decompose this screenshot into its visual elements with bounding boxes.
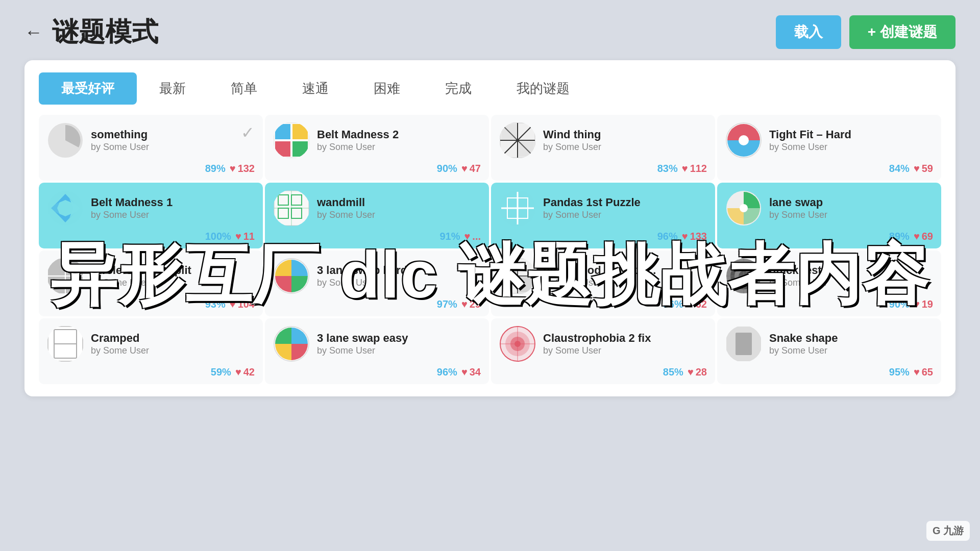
puzzle-author: by Some User (543, 345, 651, 356)
puzzle-rating: 84% (889, 163, 910, 174)
heart-icon: ♥ (461, 366, 468, 378)
puzzle-author: by Some User (91, 210, 173, 220)
card-top: Wind thingby Some User (499, 122, 707, 159)
puzzle-author: by Some User (769, 142, 851, 153)
puzzle-icon-quick-test (725, 258, 762, 294)
heart-icon: ♥ (461, 298, 468, 310)
heart-icon: ♥ (464, 231, 470, 242)
puzzle-grid: somethingby Some User✓89%♥132Belt Madnes… (39, 115, 941, 384)
puzzle-card-puzzlemod-remake[interactable]: puzzlemod remake ...by Some User96%♥62 (491, 251, 715, 316)
card-top: quick testby Some User (725, 258, 933, 294)
tabs: 最受好评最新简单速通困难完成我的谜题 (39, 72, 941, 105)
puzzle-rating: 100% (205, 231, 231, 242)
puzzle-card-lane-swap[interactable]: lane swapby Some User89%♥69 (717, 183, 941, 248)
puzzle-icon-pandas-1st-puzzle (499, 190, 536, 227)
puzzle-icon-puzzlemod-remake (499, 258, 536, 294)
puzzle-likes: ♥59 (914, 163, 933, 174)
card-top: Crampedby Some User (47, 325, 255, 362)
puzzle-card-circle-square-split[interactable]: Circle-Square Splitby Some User93%♥104 (39, 251, 263, 316)
heart-icon: ♥ (461, 163, 468, 174)
puzzle-title: Snake shape (769, 332, 838, 345)
heart-icon: ♥ (688, 298, 694, 310)
puzzle-icon-cramped (47, 325, 84, 362)
puzzle-icon-something (47, 122, 84, 159)
puzzle-card-3-lane-swap-easy[interactable]: 3 lane swap easyby Some User96%♥34 (265, 318, 489, 384)
page-title: 谜题模式 (52, 14, 158, 50)
svg-rect-41 (519, 277, 534, 292)
card-top: puzzlemod remake ...by Some User (499, 258, 707, 294)
tab-完成[interactable]: 完成 (423, 72, 494, 105)
tab-速通[interactable]: 速通 (280, 72, 351, 105)
puzzle-author: by Some User (317, 210, 375, 220)
puzzle-card-belt-madness-2[interactable]: Belt Madness 2by Some User90%♥47 (265, 115, 489, 181)
tab-简单[interactable]: 简单 (208, 72, 280, 105)
header-left: ← 谜题模式 (24, 14, 158, 50)
puzzle-card-3-lane-swap-hard[interactable]: 3 lane swap hardby Some User97%♥29 (265, 251, 489, 316)
card-top: Belt Madness 2by Some User (273, 122, 481, 159)
puzzle-title: Wind thing (543, 128, 601, 141)
puzzle-card-wandmill[interactable]: wandmillby Some User91%♥... (265, 183, 489, 248)
puzzle-rating: 90% (437, 163, 457, 174)
heart-icon: ♥ (230, 298, 236, 310)
puzzle-likes: ♥34 (461, 366, 481, 378)
card-stats: 100%♥11 (47, 231, 255, 242)
heart-icon: ♥ (682, 163, 688, 174)
puzzle-rating: 59% (211, 366, 231, 378)
puzzle-rating: 90% (889, 298, 910, 310)
load-button[interactable]: 载入 (776, 15, 841, 49)
puzzle-card-wind-thing[interactable]: Wind thingby Some User83%♥112 (491, 115, 715, 181)
puzzle-card-claustrophobia-2-fix[interactable]: Claustrophobia 2 fixby Some User85%♥28 (491, 318, 715, 384)
svg-rect-12 (519, 141, 534, 157)
puzzle-author: by Some User (317, 142, 399, 153)
puzzle-card-pandas-1st-puzzle[interactable]: Pandas 1st Puzzleby Some User96%♥133 (491, 183, 715, 248)
puzzle-author: by Some User (317, 345, 408, 356)
puzzle-title: Belt Madness 2 (317, 128, 399, 141)
puzzle-rating: 89% (889, 231, 910, 242)
puzzle-card-snake-shape[interactable]: Snake shapeby Some User95%♥65 (717, 318, 941, 384)
puzzle-rating: 85% (663, 366, 683, 378)
heart-icon: ♥ (914, 366, 920, 378)
puzzle-likes: ♥112 (682, 163, 707, 174)
puzzle-title: quick test (769, 264, 827, 277)
puzzle-title: 3 lane swap hard (317, 264, 407, 277)
puzzle-likes: ♥104 (230, 298, 255, 310)
svg-rect-2 (275, 124, 290, 139)
card-top: Tight Fit – Hardby Some User (725, 122, 933, 159)
puzzle-likes: ♥29 (461, 298, 481, 310)
puzzle-author: by Some User (769, 210, 827, 220)
puzzle-card-tight-fit-hard[interactable]: Tight Fit – Hardby Some User84%♥59 (717, 115, 941, 181)
card-stats: 85%♥28 (499, 366, 707, 378)
puzzle-icon-belt-madness-2 (273, 122, 310, 159)
tab-困难[interactable]: 困难 (351, 72, 423, 105)
puzzle-icon-tight-fit-hard (725, 122, 762, 159)
svg-rect-3 (292, 124, 308, 139)
puzzle-card-cramped[interactable]: Crampedby Some User59%♥42 (39, 318, 263, 384)
card-top: 3 lane swap hardby Some User (273, 258, 481, 294)
puzzle-title: wandmill (317, 196, 375, 209)
likes-count: ... (472, 231, 481, 242)
puzzle-title: 3 lane swap easy (317, 332, 408, 345)
puzzle-likes: ♥133 (682, 231, 707, 242)
puzzle-author: by Some User (769, 345, 838, 356)
likes-count: 47 (470, 163, 481, 174)
puzzle-card-something[interactable]: somethingby Some User✓89%♥132 (39, 115, 263, 181)
likes-count: 132 (238, 163, 255, 174)
tab-我的谜题[interactable]: 我的谜题 (494, 72, 592, 105)
tab-最受好评[interactable]: 最受好评 (39, 72, 137, 105)
heart-icon: ♥ (914, 298, 920, 310)
card-top: Pandas 1st Puzzleby Some User (499, 190, 707, 227)
header: ← 谜题模式 载入 + 创建谜题 (0, 0, 980, 60)
puzzle-card-belt-madness-1[interactable]: Belt Madness 1by Some User100%♥11 (39, 183, 263, 248)
card-top: Snake shapeby Some User (725, 325, 933, 362)
puzzle-card-quick-test[interactable]: quick testby Some User90%♥19 (717, 251, 941, 316)
card-top: Claustrophobia 2 fixby Some User (499, 325, 707, 362)
create-button[interactable]: + 创建谜题 (849, 15, 955, 49)
puzzle-rating: 89% (205, 163, 226, 174)
back-button[interactable]: ← (24, 21, 43, 43)
puzzle-likes: ♥11 (235, 231, 255, 242)
tab-最新[interactable]: 最新 (137, 72, 208, 105)
likes-count: 11 (243, 231, 255, 242)
puzzle-title: Pandas 1st Puzzle (543, 196, 641, 209)
card-stats: 93%♥104 (47, 298, 255, 310)
puzzle-author: by Some User (769, 278, 827, 288)
